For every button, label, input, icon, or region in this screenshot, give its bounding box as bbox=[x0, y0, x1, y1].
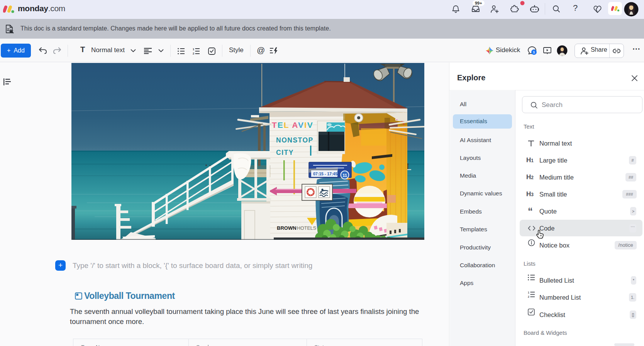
svg-text:BROWN: BROWN bbox=[277, 225, 297, 231]
svg-text:2: 2 bbox=[528, 295, 529, 298]
svg-text:CITY: CITY bbox=[276, 149, 294, 156]
svg-text:11: 11 bbox=[342, 173, 347, 178]
svg-text:1: 1 bbox=[528, 291, 529, 294]
svg-text:2: 2 bbox=[193, 52, 194, 54]
svg-text:1: 1 bbox=[193, 48, 194, 51]
svg-text:07:15 - 17:45: 07:15 - 17:45 bbox=[313, 171, 337, 176]
svg-text:HOTELS: HOTELS bbox=[297, 226, 316, 231]
svg-text:1: 1 bbox=[533, 50, 535, 54]
svg-text:NONSTOP: NONSTOP bbox=[276, 136, 314, 144]
svg-text:TEL AVIV: TEL AVIV bbox=[272, 120, 314, 129]
